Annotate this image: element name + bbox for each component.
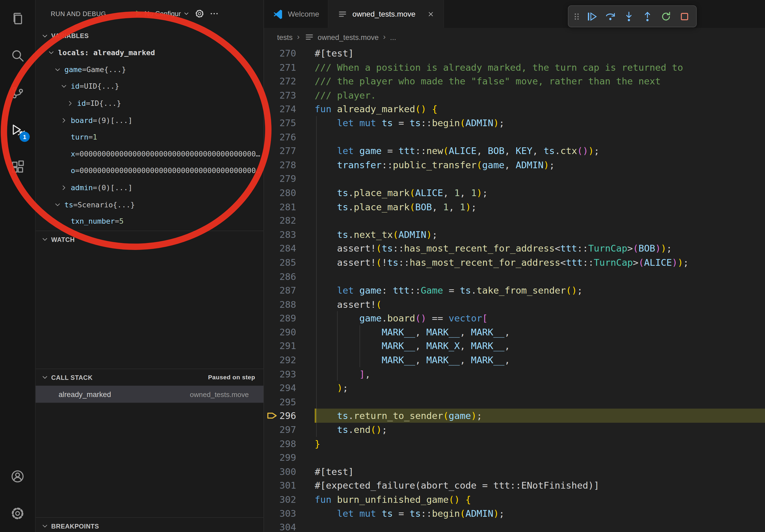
code-line-content[interactable]: /// the player who made the "false" move… bbox=[315, 74, 765, 88]
code-line-content[interactable]: assert!( bbox=[315, 297, 765, 311]
code-line-content[interactable]: #[expected_failure(abort_code = ttt::ENo… bbox=[315, 478, 765, 492]
line-number[interactable]: 277 bbox=[264, 144, 315, 158]
chevron-down-icon[interactable] bbox=[60, 83, 71, 90]
variable-row[interactable]: txn_number = 5 bbox=[35, 213, 264, 230]
gripper-handle[interactable] bbox=[571, 7, 583, 25]
line-number[interactable]: 285 bbox=[264, 256, 315, 269]
code-line-content[interactable]: let game: ttt::Game = ts.take_from_sende… bbox=[315, 283, 765, 297]
line-number[interactable]: 275 bbox=[264, 116, 315, 130]
line-number[interactable]: 283 bbox=[264, 228, 315, 242]
code-line-content[interactable]: ts.next_tx(ADMIN); bbox=[315, 228, 765, 242]
line-number[interactable]: 295 bbox=[264, 395, 315, 409]
code-line-content[interactable] bbox=[315, 130, 765, 144]
callstack-frame[interactable]: already_markedowned_tests.move bbox=[35, 386, 264, 403]
tab-welcome[interactable]: Welcome bbox=[264, 0, 329, 28]
step-out-button[interactable] bbox=[638, 7, 657, 25]
breadcrumb-item[interactable]: ... bbox=[390, 33, 396, 41]
line-number[interactable]: 293 bbox=[264, 367, 315, 381]
code-line-content[interactable] bbox=[315, 395, 765, 409]
code-line-content[interactable]: /// When a position is already marked, t… bbox=[315, 60, 765, 74]
line-number[interactable]: 304 bbox=[264, 520, 315, 532]
line-number[interactable]: 299 bbox=[264, 450, 315, 464]
debug-settings-button[interactable] bbox=[195, 9, 204, 19]
line-number[interactable]: 287 bbox=[264, 283, 315, 297]
code-line-content[interactable]: #[test] bbox=[315, 464, 765, 478]
tab-owned-tests-move[interactable]: owned_tests.move bbox=[329, 0, 444, 28]
line-number[interactable]: 284 bbox=[264, 242, 315, 256]
breadcrumb-item[interactable]: tests bbox=[277, 33, 293, 41]
variables-section-header[interactable]: VARIABLES bbox=[35, 27, 264, 45]
variable-row[interactable]: x = 000000000000000000000000000000000000… bbox=[35, 145, 264, 162]
more-actions-button[interactable] bbox=[209, 9, 219, 19]
step-into-button[interactable] bbox=[620, 7, 638, 25]
line-number[interactable]: 273 bbox=[264, 88, 315, 102]
variable-row[interactable]: id = UID{...} bbox=[35, 78, 264, 95]
variable-row[interactable]: board = (9)[...] bbox=[35, 112, 264, 129]
line-number[interactable]: 278 bbox=[264, 158, 315, 172]
activity-item-settings[interactable] bbox=[0, 495, 35, 532]
code-line-content[interactable]: MARK__, MARK__, MARK__, bbox=[315, 353, 765, 367]
activity-item-extensions[interactable] bbox=[0, 148, 35, 185]
code-line-content[interactable]: } bbox=[315, 437, 765, 450]
chevron-down-icon[interactable] bbox=[54, 201, 64, 208]
code-line-content[interactable] bbox=[315, 172, 765, 186]
start-debug-button[interactable] bbox=[134, 9, 143, 19]
code-line-content[interactable] bbox=[315, 520, 765, 532]
line-number[interactable]: 289 bbox=[264, 311, 315, 325]
code-line-content[interactable]: assert!(ts::has_most_recent_for_address<… bbox=[315, 242, 765, 256]
line-number[interactable]: 276 bbox=[264, 130, 315, 144]
code-line-content[interactable]: fun already_marked() { bbox=[315, 102, 765, 116]
variable-row[interactable]: ts = Scenario{...} bbox=[35, 196, 264, 213]
line-number[interactable]: 272 bbox=[264, 74, 315, 88]
code-line-content[interactable]: ts.place_mark(ALICE, 1, 1); bbox=[315, 186, 765, 199]
code-line-content[interactable]: transfer::public_transfer(game, ADMIN); bbox=[315, 158, 765, 172]
code-line-content[interactable] bbox=[315, 450, 765, 464]
line-number[interactable]: 270 bbox=[264, 46, 315, 60]
line-number[interactable]: 280 bbox=[264, 186, 315, 199]
line-number[interactable]: 271 bbox=[264, 60, 315, 74]
callstack-section-header[interactable]: CALL STACK Paused on step bbox=[35, 369, 264, 386]
line-number[interactable]: 281 bbox=[264, 199, 315, 213]
line-number[interactable]: 282 bbox=[264, 213, 315, 227]
code-line-content[interactable]: ts.return_to_sender(game); bbox=[315, 409, 765, 423]
line-number[interactable]: 300 bbox=[264, 464, 315, 478]
variables-scope-row[interactable]: locals: already_marked bbox=[35, 45, 264, 61]
code-line-content[interactable]: game.board() == vector[ bbox=[315, 311, 765, 325]
line-number[interactable]: 301 bbox=[264, 478, 315, 492]
step-over-button[interactable] bbox=[601, 7, 619, 25]
continue-button[interactable] bbox=[582, 7, 601, 25]
code-line-content[interactable]: ); bbox=[315, 381, 765, 395]
code-line-content[interactable]: #[test] bbox=[315, 46, 765, 60]
code-line-content[interactable]: assert!(!ts::has_most_recent_for_address… bbox=[315, 256, 765, 269]
line-number[interactable]: 291 bbox=[264, 339, 315, 353]
debug-config-dropdown[interactable]: No Configur bbox=[145, 10, 190, 17]
watch-section-header[interactable]: WATCH bbox=[35, 231, 264, 248]
code-line-content[interactable]: ts.end(); bbox=[315, 423, 765, 437]
code-line-content[interactable]: /// player. bbox=[315, 88, 765, 102]
line-number[interactable]: 286 bbox=[264, 269, 315, 283]
code-line-content[interactable] bbox=[315, 269, 765, 283]
breakpoints-section-header[interactable]: BREAKPOINTS bbox=[35, 517, 264, 532]
code-line-content[interactable]: let mut ts = ts::begin(ADMIN); bbox=[315, 506, 765, 520]
chevron-right-icon[interactable] bbox=[60, 184, 71, 191]
line-number[interactable]: 298 bbox=[264, 437, 315, 450]
variable-row[interactable]: admin = (0)[...] bbox=[35, 179, 264, 196]
line-number[interactable]: 274 bbox=[264, 102, 315, 116]
code-line-content[interactable] bbox=[315, 213, 765, 227]
chevron-down-icon[interactable] bbox=[47, 49, 58, 57]
code-line-content[interactable]: fun burn_unfinished_game() { bbox=[315, 492, 765, 506]
line-number[interactable]: 279 bbox=[264, 172, 315, 186]
restart-button[interactable] bbox=[657, 7, 675, 25]
close-icon[interactable] bbox=[427, 10, 434, 18]
activity-item-run-and-debug[interactable]: 1 bbox=[0, 111, 35, 148]
activity-item-account[interactable] bbox=[0, 458, 35, 495]
code-line-content[interactable]: MARK__, MARK__, MARK__, bbox=[315, 325, 765, 339]
variable-row[interactable]: turn = 1 bbox=[35, 129, 264, 145]
activity-item-source-control[interactable] bbox=[0, 74, 35, 111]
line-number[interactable]: 302 bbox=[264, 492, 315, 506]
line-number[interactable]: 292 bbox=[264, 353, 315, 367]
line-number[interactable]: 290 bbox=[264, 325, 315, 339]
code-line-content[interactable]: ts.place_mark(BOB, 1, 1); bbox=[315, 199, 765, 213]
code-line-content[interactable]: MARK__, MARK_X, MARK__, bbox=[315, 339, 765, 353]
chevron-right-icon[interactable] bbox=[67, 100, 77, 107]
